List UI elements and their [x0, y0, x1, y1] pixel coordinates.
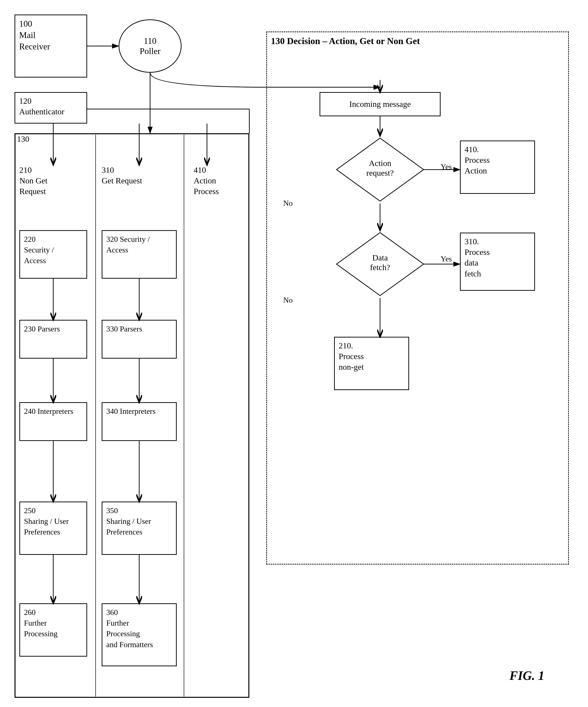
decision-title: 130 Decision – Action, Get or Non Get [271, 36, 420, 46]
fig-label: FIG. 1 [510, 669, 544, 683]
no-label-2: No [283, 296, 293, 305]
box-340: 340 Interpreters [102, 402, 177, 441]
mail-receiver-box: 100 Mail Receiver [14, 14, 87, 77]
box-310-process: 310. Process data fetch [460, 233, 535, 291]
mail-receiver-label: 100 Mail Receiver [19, 19, 50, 52]
box-230: 230 Parsers [20, 320, 87, 359]
authenticator-label: 120 Authenticator [19, 96, 64, 116]
diamond-action: Action request? [334, 136, 426, 204]
poller-ellipse: 110 Poller [119, 20, 182, 73]
box-330: 330 Parsers [102, 320, 177, 359]
incoming-message-box: Incoming message [320, 92, 441, 116]
box-410-process: 410. Process Action [460, 140, 535, 194]
box-250: 250 Sharing / User Preferences [20, 502, 87, 555]
box-210-process: 210. Process non-get [334, 337, 409, 390]
incoming-message-label: Incoming message [349, 99, 411, 109]
col-210-label: 210 Non Get Request [20, 165, 47, 197]
box-320: 320 Security / Access [102, 230, 177, 279]
svg-text:fetch?: fetch? [370, 263, 390, 272]
svg-text:Action: Action [369, 159, 392, 168]
svg-text:request?: request? [366, 168, 394, 177]
box-360: 360 Further Processing and Formatters [102, 603, 177, 666]
diamond-data: Data fetch? [334, 230, 426, 298]
authenticator-box: 120 Authenticator [14, 92, 87, 124]
box-240: 240 Interpreters [20, 402, 87, 441]
poller-label: 110 Poller [140, 36, 160, 56]
col-410-label: 410 Action Process [194, 165, 219, 197]
label-130: 130 [17, 134, 29, 144]
svg-text:Data: Data [372, 253, 388, 262]
diagram: 100 Mail Receiver 110 Poller 120 Authent… [0, 0, 588, 707]
box-220: 220 Security / Access [20, 230, 87, 279]
box-260: 260 Further Processing [20, 603, 87, 656]
box-350: 350 Sharing / User Preferences [102, 502, 177, 555]
no-label-1: No [283, 199, 293, 208]
col-310-label: 310 Get Request [102, 165, 142, 186]
yes-label-2: Yes [441, 255, 452, 263]
yes-label-1: Yes [441, 162, 452, 171]
